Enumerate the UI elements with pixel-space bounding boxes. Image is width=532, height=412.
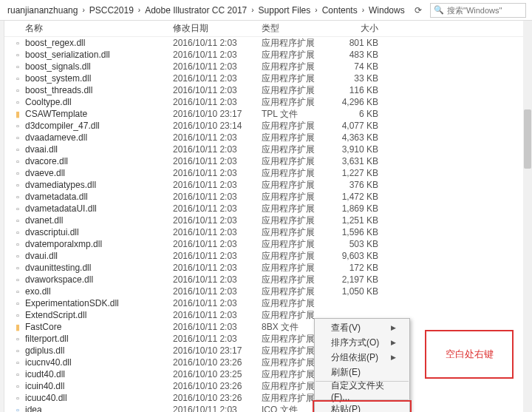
file-row[interactable]: dvametadataUI.dll2016/10/11 2:03应用程序扩展1,… <box>0 203 532 215</box>
file-name: boost_system.dll <box>25 72 173 84</box>
context-menu: 查看(V)▶排序方式(O)▶分组依据(P)▶刷新(E)自定义文件夹(F)...粘… <box>314 318 410 412</box>
annotation-text: 空白处右键 <box>446 348 494 361</box>
column-headers[interactable]: 名称 修改日期 类型 大小 <box>0 21 532 37</box>
menu-item[interactable]: 刷新(E) <box>315 365 409 379</box>
file-row[interactable]: CSAWTemplate2016/10/10 23:17TPL 文件6 KB <box>0 108 532 120</box>
scrollbar-thumb[interactable] <box>524 109 531 169</box>
file-date: 2016/10/11 2:03 <box>173 203 262 215</box>
folder-icon <box>10 321 25 333</box>
file-row[interactable]: ExtendScript.dll2016/10/11 2:03应用程序扩展 <box>0 309 532 321</box>
scrollbar-track[interactable] <box>523 21 532 412</box>
file-row[interactable]: dvaunittesting.dll2016/10/11 2:03应用程序扩展1… <box>0 262 532 274</box>
file-name: idea <box>25 404 173 412</box>
file-size: 503 KB <box>328 238 387 250</box>
file-row[interactable]: dvamediatypes.dll2016/10/11 2:03应用程序扩展37… <box>0 179 532 191</box>
file-row[interactable]: dvaai.dll2016/10/11 2:03应用程序扩展3,910 KB <box>0 143 532 155</box>
file-date: 2016/10/11 2:03 <box>173 274 262 286</box>
file-name: icuin40.dll <box>25 380 173 392</box>
breadcrumb-segment[interactable]: ruanjiananzhuang <box>7 5 78 16</box>
file-row[interactable]: dvametadata.dll2016/10/11 2:03应用程序扩展1,47… <box>0 191 532 203</box>
dll-icon <box>10 345 25 357</box>
file-name: dvacore.dll <box>25 155 173 167</box>
file-date: 2016/10/11 2:03 <box>173 96 262 108</box>
file-name: exo.dll <box>25 286 173 297</box>
file-row[interactable]: exo.dll2016/10/11 2:03应用程序扩展1,050 KB <box>0 286 532 297</box>
file-name: boost_regex.dll <box>25 37 173 49</box>
file-size: 33 KB <box>328 72 387 84</box>
file-type: 应用程序扩展 <box>262 167 328 179</box>
chevron-right-icon: › <box>315 6 317 14</box>
file-name: dvaadameve.dll <box>25 132 173 143</box>
file-row[interactable]: dvaworkspace.dll2016/10/11 2:03应用程序扩展2,1… <box>0 274 532 286</box>
file-name: d3dcompiler_47.dll <box>25 120 173 132</box>
chevron-right-icon: › <box>362 6 364 14</box>
file-row[interactable]: boost_regex.dll2016/10/11 2:03应用程序扩展801 … <box>0 37 532 49</box>
file-row[interactable]: Cooltype.dll2016/10/11 2:03应用程序扩展4,296 K… <box>0 96 532 108</box>
file-date: 2016/10/11 2:03 <box>173 191 262 203</box>
file-date: 2016/10/11 2:03 <box>173 143 262 155</box>
file-size: 4,363 KB <box>328 132 387 143</box>
refresh-button[interactable]: ⟳ <box>409 5 427 16</box>
breadcrumb-segment[interactable]: Support Files <box>259 5 311 16</box>
file-row[interactable]: dvanet.dll2016/10/11 2:03应用程序扩展1,251 KB <box>0 215 532 226</box>
col-header-name[interactable]: 名称 <box>25 22 173 35</box>
breadcrumb[interactable]: ruanjiananzhuang›PSCC2019›Adobe Illustra… <box>3 5 409 16</box>
file-row[interactable]: d3dcompiler_47.dll2016/10/10 23:14应用程序扩展… <box>0 120 532 132</box>
file-size: 1,251 KB <box>328 215 387 226</box>
file-row[interactable]: dvascriptui.dll2016/10/11 2:03应用程序扩展1,59… <box>0 226 532 238</box>
dll-icon <box>10 143 25 155</box>
col-header-size[interactable]: 大小 <box>328 22 387 35</box>
file-row[interactable]: dvatemporalxmp.dll2016/10/11 2:03应用程序扩展5… <box>0 238 532 250</box>
dll-icon <box>10 84 25 96</box>
file-size: 74 KB <box>328 61 387 72</box>
file-date: 2016/10/10 23:26 <box>173 357 262 368</box>
file-type: 应用程序扩展 <box>262 120 328 132</box>
menu-item[interactable]: 粘贴(P) <box>315 402 409 412</box>
search-box[interactable]: 🔍 <box>430 3 526 18</box>
breadcrumb-segment[interactable]: Windows <box>369 5 405 16</box>
file-row[interactable]: boost_serialization.dll2016/10/11 2:03应用… <box>0 49 532 61</box>
dll-icon <box>10 262 25 274</box>
breadcrumb-segment[interactable]: Contents <box>322 5 358 16</box>
menu-item[interactable]: 自定义文件夹(F)... <box>315 383 409 398</box>
file-row[interactable]: dvaui.dll2016/10/11 2:03应用程序扩展9,603 KB <box>0 250 532 262</box>
file-size: 4,077 KB <box>328 120 387 132</box>
menu-item[interactable]: 查看(V)▶ <box>315 320 409 335</box>
file-row[interactable]: dvaeve.dll2016/10/11 2:03应用程序扩展1,227 KB <box>0 167 532 179</box>
file-row[interactable]: icuin40.dll2016/10/10 23:26应用程序扩展 <box>0 380 532 392</box>
breadcrumb-segment[interactable]: Adobe Illustrator CC 2017 <box>145 5 247 16</box>
file-size: 6 KB <box>328 108 387 120</box>
file-row[interactable]: icuuc40.dll2016/10/10 23:26应用程序扩展 <box>0 392 532 404</box>
file-date: 2016/10/11 2:03 <box>173 61 262 72</box>
file-date: 2016/10/11 2:03 <box>173 155 262 167</box>
menu-item[interactable]: 分组依据(P)▶ <box>315 350 409 365</box>
dll-icon <box>10 392 25 404</box>
file-row[interactable]: boost_system.dll2016/10/11 2:03应用程序扩展33 … <box>0 72 532 84</box>
file-row[interactable]: dvaadameve.dll2016/10/11 2:03应用程序扩展4,363… <box>0 132 532 143</box>
search-input[interactable] <box>447 6 522 15</box>
file-date: 2016/10/11 2:03 <box>173 333 262 345</box>
col-header-date[interactable]: 修改日期 <box>173 22 262 35</box>
file-row[interactable]: boost_signals.dll2016/10/11 2:03应用程序扩展74… <box>0 61 532 72</box>
file-size: 3,631 KB <box>328 155 387 167</box>
file-row[interactable]: ExperimentationSDK.dll2016/10/11 2:03应用程… <box>0 297 532 309</box>
col-header-type[interactable]: 类型 <box>262 22 328 35</box>
file-size: 1,050 KB <box>328 286 387 297</box>
file-type: 应用程序扩展 <box>262 84 328 96</box>
file-name: dvaworkspace.dll <box>25 274 173 286</box>
file-row[interactable]: idea2016/10/11 2:03ICO 文件 <box>0 404 532 412</box>
file-date: 2016/10/11 2:03 <box>173 321 262 333</box>
file-row[interactable]: dvacore.dll2016/10/11 2:03应用程序扩展3,631 KB <box>0 155 532 167</box>
file-row[interactable]: boost_threads.dll2016/10/11 2:03应用程序扩展11… <box>0 84 532 96</box>
breadcrumb-segment[interactable]: PSCC2019 <box>89 5 134 16</box>
menu-item[interactable]: 排序方式(O)▶ <box>315 335 409 350</box>
menu-item-label: 自定义文件夹(F)... <box>331 379 396 402</box>
dll-icon <box>10 49 25 61</box>
file-date: 2016/10/10 23:25 <box>173 368 262 380</box>
file-type: 应用程序扩展 <box>262 191 328 203</box>
file-name: dvascriptui.dll <box>25 226 173 238</box>
submenu-arrow-icon: ▶ <box>391 339 396 346</box>
dll-icon <box>10 250 25 262</box>
file-name: dvamediatypes.dll <box>25 179 173 191</box>
dll-icon <box>10 368 25 380</box>
